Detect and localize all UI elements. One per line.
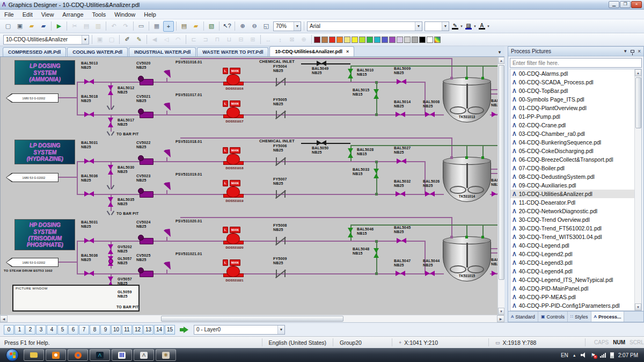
file-list-item[interactable]: Λ06-CDQ-BreezeCollect&Transport.pdl: [510, 155, 634, 164]
diagram-label[interactable]: PSV531021.01: [175, 252, 202, 256]
new-template-icon[interactable]: ▣: [14, 21, 25, 32]
library-icon[interactable]: ▤: [179, 21, 189, 32]
palette-swatch-10[interactable]: [389, 37, 396, 43]
valve-icon[interactable]: [317, 61, 326, 67]
file-list-item[interactable]: Λ02-CDQ-Crane.pdl: [510, 121, 634, 129]
control-valve-icon[interactable]: [140, 158, 153, 165]
taskbar-button-graphics-designer[interactable]: Λ: [134, 349, 154, 361]
scroll-up-icon[interactable]: ▲: [635, 69, 641, 76]
diagram-label[interactable]: BAL5018 NB25: [81, 95, 98, 104]
chevron-down-icon[interactable]: ▼: [473, 25, 477, 28]
flow-element-icon[interactable]: [273, 110, 288, 120]
fill-color-button[interactable]: ▨▼: [464, 22, 477, 31]
taskbar-button-wincc-explorer[interactable]: Λ: [90, 349, 110, 361]
diagram-label[interactable]: CV5023 NB25: [136, 174, 151, 183]
layer-button-6[interactable]: 6: [68, 325, 78, 335]
same-height-icon[interactable]: ↕: [275, 34, 286, 45]
document-tab[interactable]: INDUSTRIAL WATER.Pdl: [129, 47, 196, 56]
diagram-label[interactable]: FY5008 NB25: [273, 223, 287, 233]
layer-button-4[interactable]: 4: [47, 325, 57, 335]
center-both-icon[interactable]: ⊕: [298, 34, 309, 45]
control-valve-icon[interactable]: [140, 112, 153, 118]
relief-valve-icon[interactable]: [163, 103, 171, 111]
menu-arrange[interactable]: Arrange: [58, 10, 87, 19]
panel-tab-standard[interactable]: AStandard: [508, 312, 538, 322]
tag-arrow[interactable]: 1680 53 G-02002: [6, 173, 58, 182]
palette-swatch-12[interactable]: [404, 37, 411, 43]
valve-icon[interactable]: [425, 112, 435, 118]
palette-swatch-8[interactable]: [374, 37, 380, 43]
diagram-label[interactable]: CV5022 NB25: [136, 141, 151, 150]
chevron-down-icon[interactable]: ▼: [415, 22, 422, 31]
network-icon[interactable]: [600, 352, 606, 358]
file-list-scrollbar[interactable]: ▲ ▼: [634, 69, 641, 310]
select-mode-icon[interactable]: +: [163, 21, 174, 32]
title-box[interactable]: HP DOSING SYSTEM (TRISODIUM PHOSPHATE): [14, 219, 75, 250]
diagram-label[interactable]: BAL5031 NB25: [81, 141, 98, 150]
tank-icon[interactable]: TK531015: [443, 236, 491, 281]
filter-input[interactable]: [510, 58, 642, 68]
color-picker-fill-icon[interactable]: ✎: [134, 34, 144, 45]
relief-valve-icon[interactable]: [163, 262, 171, 270]
list-scroll-thumb[interactable]: [635, 77, 641, 128]
file-list-item[interactable]: Λ40-CDQ-PP-MEAS.pdl: [510, 293, 634, 301]
panel-tab-process[interactable]: ΛProcess...: [591, 312, 625, 322]
panel-close-icon[interactable]: ×: [638, 48, 641, 54]
file-list-item[interactable]: Λ03-CDQ-Chamber_ra0.pdl: [510, 129, 634, 138]
undo-icon[interactable]: ↶: [108, 21, 119, 32]
diagram-label[interactable]: FY5009 NB25: [273, 257, 287, 266]
diagram-label[interactable]: FY5004 NB25: [273, 64, 287, 74]
title-box[interactable]: LP DOSING SYSTEM (AMMONIA): [14, 60, 75, 85]
file-list-item[interactable]: Λ10-CDQ-Utilities&Analizer.pdl: [510, 190, 634, 198]
volume-icon[interactable]: [581, 352, 587, 358]
menu-window[interactable]: Window: [110, 10, 140, 19]
pin-icon[interactable]: [631, 50, 634, 53]
pump-icon[interactable]: LMANDOS531021: [223, 259, 247, 286]
diagram-label[interactable]: BAL5044 NB25: [423, 259, 440, 268]
valve-icon[interactable]: [84, 191, 94, 197]
diagram-label[interactable]: PSV531016.01: [175, 60, 202, 64]
valve-icon[interactable]: [396, 191, 405, 197]
layer-button-13[interactable]: 13: [143, 325, 153, 335]
valve-icon[interactable]: [108, 118, 114, 127]
layer-arrow-icon[interactable]: [180, 327, 188, 333]
valve-icon[interactable]: [374, 169, 379, 178]
grid-icon[interactable]: ▦: [151, 21, 162, 32]
ungroup-icon[interactable]: ▢: [106, 34, 117, 45]
help-cursor-icon[interactable]: ↖?: [222, 21, 232, 32]
diagram-label[interactable]: CV5020 NB25: [136, 61, 151, 70]
control-valve-icon[interactable]: [140, 191, 153, 198]
flip-horizontal-icon[interactable]: ◀: [149, 34, 160, 45]
layer-button-8[interactable]: 8: [90, 325, 100, 335]
globe-valve-icon[interactable]: [108, 256, 114, 266]
start-button[interactable]: [6, 349, 19, 361]
document-tab[interactable]: COMPRESSED AIR.Pdl: [3, 47, 66, 56]
scroll-up-icon[interactable]: ▲: [498, 57, 504, 64]
valve-icon[interactable]: [425, 191, 435, 197]
color-picker-pen-icon[interactable]: ✐: [122, 34, 133, 45]
tab-close-icon[interactable]: ×: [346, 49, 349, 54]
flow-element-icon[interactable]: [273, 269, 288, 279]
relief-valve-icon[interactable]: [163, 182, 171, 190]
font-combo[interactable]: Arial▼: [307, 21, 422, 31]
diagram-label[interactable]: CV5025 NB25: [136, 254, 151, 263]
diagram-label[interactable]: CHEMICAL INLET: [259, 139, 295, 143]
valve-icon[interactable]: [108, 85, 114, 95]
diagram-label[interactable]: FY5006 NB25: [273, 144, 287, 153]
valve-icon[interactable]: [396, 112, 405, 118]
pump-icon[interactable]: LMANDOS531020: [223, 227, 247, 254]
file-list-item[interactable]: Λ40-CDQ-Legend2.pdl: [510, 250, 634, 258]
save-icon[interactable]: ▰: [38, 21, 49, 32]
menu-help[interactable]: Help: [140, 10, 160, 19]
palette-swatch-2[interactable]: [329, 37, 335, 43]
canvas-horizontal-scrollbar[interactable]: ◀ ▶: [0, 315, 504, 322]
valve-icon[interactable]: [374, 248, 379, 258]
maximize-button[interactable]: ❐: [620, 1, 631, 8]
diagram-label[interactable]: BAL5026 NB25: [423, 179, 440, 189]
valve-icon[interactable]: [425, 271, 435, 277]
diagram-label[interactable]: BAL5008 NB25: [423, 100, 440, 109]
diagram-label[interactable]: BAL NB2: [491, 178, 497, 187]
center-horizontal-icon[interactable]: ⊟: [236, 34, 246, 45]
diagram-label[interactable]: BAL5047 NB25: [394, 259, 411, 268]
file-list-item[interactable]: Λ09-CDQ-Auxiliaries.pdl: [510, 181, 634, 190]
